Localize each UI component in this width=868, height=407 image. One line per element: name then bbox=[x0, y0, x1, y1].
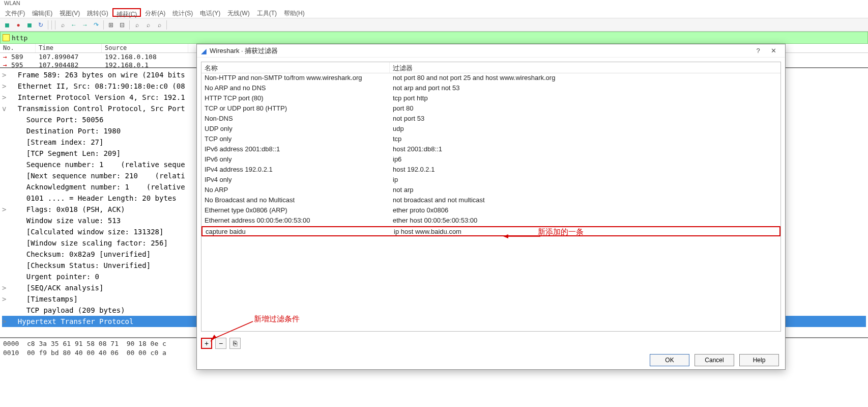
separator bbox=[103, 20, 104, 30]
toolbar-button[interactable]: ← bbox=[69, 20, 79, 30]
add-filter-button[interactable]: + bbox=[201, 338, 212, 349]
menu-item[interactable]: 编辑(E) bbox=[29, 8, 55, 17]
filter-row[interactable]: IPv6 address 2001:db8::1host 2001:db8::1 bbox=[201, 145, 780, 155]
filter-list-header: 名称 过滤器 bbox=[201, 62, 780, 73]
filter-bar bbox=[0, 32, 868, 44]
filter-row[interactable]: Non-HTTP and non-SMTP to/from www.wiresh… bbox=[201, 73, 780, 84]
filter-row[interactable]: No ARP and no DNSnot arp and port not 53 bbox=[201, 84, 780, 94]
capture-filters-dialog: ◢ Wireshark · 捕获过滤器 ? ✕ 名称 过滤器 Non-HTTP … bbox=[196, 44, 786, 370]
toolbar-button[interactable]: ⌕ bbox=[57, 20, 68, 30]
separator bbox=[55, 20, 55, 30]
menu-item[interactable]: 帮助(H) bbox=[281, 8, 308, 17]
help-button[interactable]: Help bbox=[739, 354, 779, 366]
menu-item[interactable]: 捕获(C) bbox=[112, 8, 141, 17]
cancel-button[interactable]: Cancel bbox=[695, 354, 734, 366]
toolbar-button[interactable]: ⌕ bbox=[132, 20, 142, 30]
display-filter-input[interactable] bbox=[12, 34, 865, 42]
remove-filter-button[interactable]: − bbox=[215, 338, 226, 349]
separator bbox=[48, 20, 48, 30]
filter-list: 名称 过滤器 Non-HTTP and non-SMTP to/from www… bbox=[201, 62, 781, 332]
separator bbox=[129, 20, 130, 30]
dialog-titlebar: ◢ Wireshark · 捕获过滤器 ? ✕ bbox=[197, 44, 785, 58]
toolbar-button[interactable]: ⌕ bbox=[143, 20, 153, 30]
menu-item[interactable]: 跳转(G) bbox=[84, 8, 111, 17]
help-icon[interactable]: ? bbox=[750, 47, 766, 55]
separator bbox=[166, 20, 167, 30]
toolbar-button[interactable]: ↻ bbox=[36, 20, 46, 30]
menu-item[interactable]: 工具(T) bbox=[254, 8, 280, 17]
menu-item[interactable]: 分析(A) bbox=[142, 8, 168, 17]
ok-button[interactable]: OK bbox=[650, 354, 689, 366]
filter-row[interactable]: Ethernet type 0x0806 (ARP)ether proto 0x… bbox=[201, 206, 780, 216]
toolbar-button[interactable]: ⊟ bbox=[117, 20, 127, 30]
toolbar-button[interactable]: ⌕ bbox=[154, 20, 164, 30]
filter-row[interactable]: TCP onlytcp bbox=[201, 134, 780, 145]
col-time[interactable]: Time bbox=[36, 44, 102, 52]
toolbar-button[interactable]: ⊞ bbox=[106, 20, 116, 30]
menu-item[interactable]: 电话(Y) bbox=[197, 8, 223, 17]
toolbar-button[interactable]: ◼ bbox=[24, 20, 35, 30]
filter-row[interactable]: UDP onlyudp bbox=[201, 124, 780, 134]
menu-item[interactable]: 文件(F) bbox=[2, 8, 28, 17]
filter-row[interactable]: capture baiduip host www.baidu.com bbox=[201, 226, 780, 236]
filter-row[interactable]: IPv4 address 192.0.2.1host 192.0.2.1 bbox=[201, 165, 780, 175]
filter-row[interactable]: TCP or UDP port 80 (HTTP)port 80 bbox=[201, 104, 780, 114]
close-icon[interactable]: ✕ bbox=[766, 47, 781, 55]
col-filter[interactable]: 过滤器 bbox=[390, 62, 780, 73]
separator bbox=[51, 20, 52, 30]
toolbar-button[interactable]: ↷ bbox=[91, 20, 101, 30]
toolbar-button[interactable]: → bbox=[80, 20, 90, 30]
col-source[interactable]: Source bbox=[102, 44, 188, 52]
toolbar-button[interactable]: ● bbox=[13, 20, 23, 30]
wireshark-fin-icon: ◢ bbox=[201, 47, 207, 55]
filter-row[interactable]: No Broadcast and no Multicastnot broadca… bbox=[201, 196, 780, 206]
toolbar-button[interactable]: ◼ bbox=[2, 20, 12, 30]
toolbar: ◼●◼↻⌕←→↷⊞⊟⌕⌕⌕ bbox=[0, 18, 868, 32]
col-name[interactable]: 名称 bbox=[201, 62, 390, 73]
filter-row[interactable]: No ARPnot arp bbox=[201, 185, 780, 196]
menubar: 文件(F)编辑(E)视图(V)跳转(G)捕获(C)分析(A)统计(S)电话(Y)… bbox=[0, 7, 868, 18]
menu-item[interactable]: 统计(S) bbox=[169, 8, 196, 17]
dialog-footer: OK Cancel Help bbox=[197, 351, 785, 369]
filter-row[interactable]: Ethernet address 00:00:5e:00:53:00ether … bbox=[201, 216, 780, 226]
dialog-toolbar: + − ⎘ bbox=[197, 336, 785, 351]
dialog-title: Wireshark · 捕获过滤器 bbox=[210, 46, 750, 56]
col-no[interactable]: No. bbox=[0, 44, 36, 52]
filter-row[interactable]: IPv4 onlyip bbox=[201, 175, 780, 185]
copy-filter-button[interactable]: ⎘ bbox=[229, 338, 241, 349]
menu-item[interactable]: 无线(W) bbox=[224, 8, 252, 17]
menu-item[interactable]: 视图(V) bbox=[56, 8, 83, 17]
filter-row[interactable]: IPv6 onlyip6 bbox=[201, 155, 780, 165]
filter-row[interactable]: Non-DNSnot port 53 bbox=[201, 114, 780, 124]
bookmark-icon[interactable] bbox=[3, 34, 10, 41]
filter-row[interactable]: HTTP TCP port (80)tcp port http bbox=[201, 94, 780, 104]
titlebar: WLAN bbox=[0, 0, 868, 7]
